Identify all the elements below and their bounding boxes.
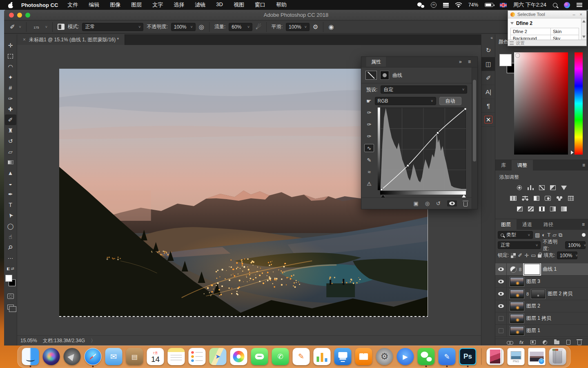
opacity-select[interactable]: 100%˅: [171, 23, 196, 31]
tab-layers[interactable]: 图层: [495, 219, 517, 230]
notification-center-icon[interactable]: [577, 3, 582, 7]
filter-smart-objects-icon[interactable]: ⧉: [559, 232, 562, 238]
new-group-icon[interactable]: [554, 341, 559, 344]
pen-tool[interactable]: ✒: [5, 189, 16, 200]
toolbar-foreground-swatch[interactable]: [5, 275, 12, 282]
curve-grid[interactable]: [380, 108, 466, 190]
preset-select[interactable]: 自定˅: [381, 85, 467, 94]
dock-item-photos[interactable]: [229, 346, 248, 367]
layer-visibility-toggle[interactable]: [495, 325, 507, 337]
draw-curve-pencil-icon[interactable]: ✎: [364, 156, 374, 164]
layer-opacity-select[interactable]: 100%˅: [565, 241, 586, 249]
adjustment-gradientmap-icon[interactable]: [550, 206, 556, 211]
dock-item-calendar[interactable]: 7月14: [146, 346, 165, 367]
layer-row-0[interactable]: 8曲线 1: [495, 263, 588, 276]
quick-mask-mode-icon[interactable]: [7, 294, 14, 299]
creative-cloud-status-icon[interactable]: ∞: [431, 2, 437, 8]
dock-item-contacts[interactable]: ▤: [125, 346, 144, 367]
toggle-visibility-icon[interactable]: [447, 200, 457, 206]
filter-shape-layers-icon[interactable]: ▱: [552, 232, 557, 238]
eyedropper-tool[interactable]: ✑: [5, 93, 16, 104]
channel-select[interactable]: RGB˅: [375, 97, 436, 105]
properties-header-icons[interactable]: » ≡: [459, 59, 473, 65]
gradient-tool[interactable]: [5, 157, 16, 168]
layer-row-2[interactable]: 8图层 2 拷贝: [495, 288, 588, 300]
collapse-section-icon[interactable]: [510, 22, 514, 25]
menu-item-3[interactable]: 图层: [126, 1, 147, 9]
new-layer-icon[interactable]: [566, 340, 570, 345]
layer-body[interactable]: 图层 2: [507, 300, 588, 312]
filter-dfine2-button[interactable]: Dfine 2: [511, 28, 551, 35]
adjustment-photofilter-icon[interactable]: [545, 196, 551, 201]
apple-menu-icon[interactable]: [8, 2, 14, 8]
saturation-brightness-field[interactable]: [514, 52, 568, 155]
wechat-status-icon[interactable]: [417, 2, 424, 8]
dodge-tool[interactable]: ◒: [5, 178, 16, 189]
settings-label[interactable]: 设置: [516, 40, 525, 46]
layers-panel-menu-icon[interactable]: ≡: [582, 222, 588, 227]
filter-pixel-layers-icon[interactable]: ▨: [535, 232, 540, 238]
clip-to-layer-icon[interactable]: ▣: [413, 200, 418, 206]
layer-filter-select[interactable]: 类型˅: [498, 231, 533, 239]
screen-mode-icon[interactable]: [7, 305, 14, 310]
brush-settings-panel-icon[interactable]: ✐: [481, 71, 495, 85]
layer-body[interactable]: 图层 1 拷贝: [507, 312, 588, 324]
menu-item-1[interactable]: 编辑: [83, 1, 105, 9]
selective-tool-titlebar[interactable]: Selective Tool – ×: [508, 11, 586, 18]
dock-item-pages[interactable]: ✎: [292, 346, 311, 367]
layer-visibility-toggle[interactable]: [495, 263, 507, 275]
layer-thumbnail[interactable]: [510, 302, 524, 311]
hue-slider-arrow[interactable]: [571, 150, 574, 155]
dock-item-siri[interactable]: [42, 346, 61, 367]
menu-item-8[interactable]: 视图: [228, 1, 249, 9]
adjustment-invert-icon[interactable]: [517, 206, 523, 211]
adjustment-hue-icon[interactable]: [510, 196, 517, 201]
quick-select-tool[interactable]: ✦: [5, 72, 16, 83]
selective-scrollbar[interactable]: [581, 18, 586, 40]
blur-tool[interactable]: ▲: [5, 168, 16, 178]
window-titlebar[interactable]: Adobe Photoshop CC 2018: [4, 10, 588, 20]
brush-tool-preset-icon[interactable]: ✐: [10, 23, 15, 31]
blend-mode-select[interactable]: 正常˅: [82, 23, 143, 31]
toggle-brush-settings-icon[interactable]: [58, 24, 65, 30]
color-picker-ring[interactable]: [516, 54, 519, 57]
paragraph-panel-icon[interactable]: ¶: [481, 99, 495, 113]
zoom-tool[interactable]: ⚲: [5, 242, 16, 253]
shape-tool[interactable]: ◯: [5, 221, 16, 231]
layer-blend-mode-select[interactable]: 正常˅: [498, 241, 541, 249]
dock-item-image-file[interactable]: [528, 346, 546, 367]
path-select-tool[interactable]: ➤: [5, 210, 16, 221]
layer-visibility-toggle[interactable]: [495, 312, 507, 324]
document-tab[interactable]: × 未标题1 @ 15.1% (曲线 1, 图层蒙版/16) *: [17, 34, 125, 45]
input-language-flag-icon[interactable]: [500, 3, 507, 7]
layer-visibility-toggle[interactable]: [495, 288, 507, 300]
tab-adjustments[interactable]: 调整: [512, 160, 533, 171]
dock-item-pencil-app[interactable]: ✎: [438, 346, 457, 367]
dock-item-messages[interactable]: [250, 346, 269, 367]
brush-preset-picker[interactable]: 175: [31, 24, 41, 30]
trays-status-icon[interactable]: [443, 3, 449, 7]
adjustment-exposure-icon[interactable]: [550, 185, 556, 190]
selective-tool-launcher-icon[interactable]: ✕: [481, 113, 495, 127]
crop-tool[interactable]: #: [5, 83, 16, 93]
layer-body[interactable]: 图层 3: [507, 276, 588, 287]
layer-fill-select[interactable]: 100%˅: [557, 251, 577, 259]
dock-item-finder[interactable]: [21, 346, 40, 367]
menu-item-0[interactable]: 文件: [62, 1, 83, 9]
toolbar-color-swatches[interactable]: [4, 275, 17, 288]
menu-item-10[interactable]: 帮助: [271, 1, 292, 9]
adjustment-vibrance-icon[interactable]: [561, 186, 567, 190]
adjustment-colorbalance-icon[interactable]: [522, 196, 528, 201]
curves-adjustment-icon[interactable]: [365, 71, 377, 80]
zoom-level[interactable]: 15.05%: [20, 338, 37, 343]
filter-switch-icon[interactable]: [582, 233, 586, 237]
adjustment-levels-icon[interactable]: [527, 185, 534, 190]
dock-item-itunes[interactable]: ▶: [396, 346, 415, 367]
dock-item-trash[interactable]: [548, 346, 567, 367]
properties-scrollbar[interactable]: [472, 67, 477, 209]
airbrush-icon[interactable]: ☄: [256, 23, 261, 31]
reset-adjustment-icon[interactable]: ↺: [436, 200, 441, 206]
pressure-opacity-icon[interactable]: ◎: [199, 23, 204, 31]
lock-transparency-icon[interactable]: [511, 253, 516, 258]
view-previous-state-icon[interactable]: ◎: [425, 200, 430, 206]
